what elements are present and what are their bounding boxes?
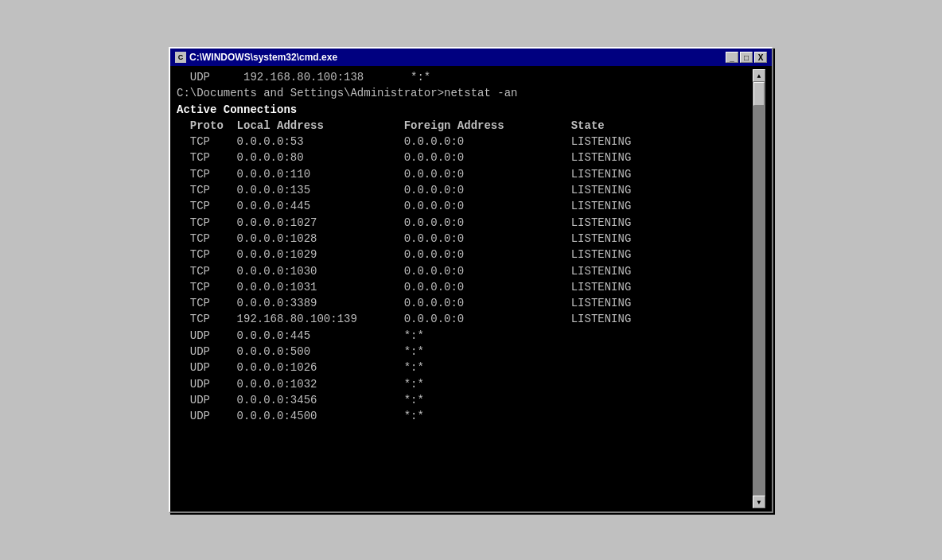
terminal-line: TCP 0.0.0.0:80 0.0.0.0:0 LISTENING xyxy=(177,150,753,165)
terminal-line: TCP 0.0.0.0:135 0.0.0.0:0 LISTENING xyxy=(177,182,753,198)
terminal-line: UDP 0.0.0.0:4500 *:* xyxy=(177,408,753,424)
scroll-down-arrow[interactable]: ▼ xyxy=(753,496,765,508)
terminal-line: TCP 0.0.0.0:1027 0.0.0.0:0 LISTENING xyxy=(177,215,753,231)
title-bar: C C:\WINDOWS\system32\cmd.exe _ □ X xyxy=(170,49,772,66)
terminal-line: TCP 0.0.0.0:110 0.0.0.0:0 LISTENING xyxy=(177,166,753,182)
terminal-line: UDP 192.168.80.100:138 *:* xyxy=(177,69,753,85)
terminal-line: UDP 0.0.0.0:500 *:* xyxy=(177,344,753,360)
minimize-button[interactable]: _ xyxy=(726,52,738,63)
terminal-line: TCP 0.0.0.0:3389 0.0.0.0:0 LISTENING xyxy=(177,295,753,311)
terminal-line: Proto Local Address Foreign Address Stat… xyxy=(177,118,753,134)
terminal-line: UDP 0.0.0.0:3456 *:* xyxy=(177,392,753,408)
terminal-content: UDP 192.168.80.100:138 *:*C:\Documents a… xyxy=(177,69,753,508)
terminal-line: C:\Documents and Settings\Administrator>… xyxy=(177,85,753,101)
terminal-line: TCP 192.168.80.100:139 0.0.0.0:0 LISTENI… xyxy=(177,311,753,327)
scroll-up-arrow[interactable]: ▲ xyxy=(753,69,765,82)
scroll-thumb[interactable] xyxy=(753,82,765,106)
cmd-window: C C:\WINDOWS\system32\cmd.exe _ □ X UDP … xyxy=(169,47,773,513)
terminal-body: UDP 192.168.80.100:138 *:*C:\Documents a… xyxy=(170,66,772,511)
terminal-line: TCP 0.0.0.0:445 0.0.0.0:0 LISTENING xyxy=(177,198,753,214)
terminal-line: TCP 0.0.0.0:53 0.0.0.0:0 LISTENING xyxy=(177,134,753,150)
maximize-button[interactable]: □ xyxy=(740,52,753,63)
terminal-line: TCP 0.0.0.0:1031 0.0.0.0:0 LISTENING xyxy=(177,279,753,295)
terminal-line: Active Connections xyxy=(177,102,753,118)
cmd-icon: C xyxy=(175,52,186,63)
terminal-line: UDP 0.0.0.0:1032 *:* xyxy=(177,376,753,392)
terminal-line: TCP 0.0.0.0:1030 0.0.0.0:0 LISTENING xyxy=(177,263,753,279)
close-button[interactable]: X xyxy=(754,52,767,63)
scrollbar[interactable]: ▲ ▼ xyxy=(753,69,765,508)
title-bar-left: C C:\WINDOWS\system32\cmd.exe xyxy=(175,52,337,63)
title-bar-controls: _ □ X xyxy=(726,52,767,63)
terminal-line: UDP 0.0.0.0:1026 *:* xyxy=(177,360,753,375)
terminal-line: TCP 0.0.0.0:1028 0.0.0.0:0 LISTENING xyxy=(177,231,753,247)
window-title: C:\WINDOWS\system32\cmd.exe xyxy=(189,52,337,63)
terminal-line: UDP 0.0.0.0:445 *:* xyxy=(177,328,753,344)
terminal-line: TCP 0.0.0.0:1029 0.0.0.0:0 LISTENING xyxy=(177,247,753,262)
scroll-track[interactable] xyxy=(753,82,765,496)
